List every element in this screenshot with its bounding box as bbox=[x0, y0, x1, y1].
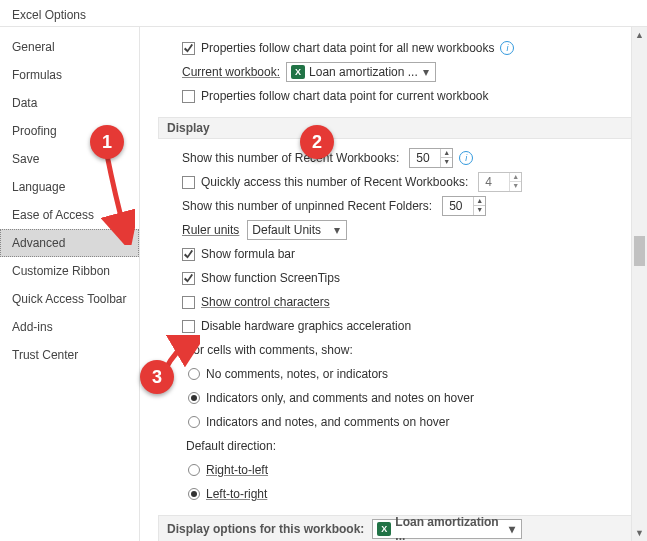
label-props-new-workbooks: Properties follow chart data point for a… bbox=[201, 41, 494, 55]
checkbox-show-formula-bar[interactable] bbox=[182, 248, 195, 261]
sidebar-item-trust-center[interactable]: Trust Center bbox=[0, 341, 139, 369]
label-indicators-and-notes: Indicators and notes, and comments on ho… bbox=[206, 415, 449, 429]
checkbox-props-current-workbook[interactable] bbox=[182, 90, 195, 103]
checkbox-props-new-workbooks[interactable] bbox=[182, 42, 195, 55]
options-panel: Properties follow chart data point for a… bbox=[140, 27, 647, 541]
radio-indicators-and-notes[interactable] bbox=[188, 416, 200, 428]
label-no-comments: No comments, notes, or indicators bbox=[206, 367, 388, 381]
section-header-display-workbook: Display options for this workbook: X Loa… bbox=[158, 515, 637, 541]
checkbox-show-screentips[interactable] bbox=[182, 272, 195, 285]
radio-indicators-only[interactable] bbox=[188, 392, 200, 404]
scroll-thumb[interactable] bbox=[634, 236, 645, 266]
label-quick-access-recent: Quickly access this number of Recent Wor… bbox=[201, 175, 468, 189]
annotation-badge-3: 3 bbox=[140, 360, 174, 394]
window-title: Excel Options bbox=[0, 0, 647, 26]
info-icon[interactable]: i bbox=[459, 151, 473, 165]
dropdown-current-workbook[interactable]: X Loan amortization ... ▾ bbox=[286, 62, 436, 82]
dropdown-display-workbook[interactable]: X Loan amortization ... ▾ bbox=[372, 519, 522, 539]
section-header-display-workbook-label: Display options for this workbook: bbox=[167, 522, 364, 536]
label-show-control-chars: Show control characters bbox=[201, 295, 330, 309]
scroll-down-icon[interactable]: ▼ bbox=[632, 525, 647, 541]
label-recent-workbooks-count: Show this number of Recent Workbooks: bbox=[182, 151, 399, 165]
category-sidebar: General Formulas Data Proofing Save Lang… bbox=[0, 27, 140, 541]
scroll-track[interactable] bbox=[632, 43, 647, 525]
label-direction-group: Default direction: bbox=[186, 439, 276, 453]
dropdown-ruler-units[interactable]: Default Units ▾ bbox=[247, 220, 347, 240]
label-rtl: Right-to-left bbox=[206, 463, 268, 477]
scroll-up-icon[interactable]: ▲ bbox=[632, 27, 647, 43]
label-show-formula-bar: Show formula bar bbox=[201, 247, 295, 261]
label-comments-group: For cells with comments, show: bbox=[186, 343, 353, 357]
label-props-current-workbook: Properties follow chart data point for c… bbox=[201, 89, 488, 103]
label-current-workbook: Current workbook: bbox=[182, 65, 280, 79]
label-ltr: Left-to-right bbox=[206, 487, 267, 501]
sidebar-item-data[interactable]: Data bbox=[0, 89, 139, 117]
spinner-down-icon[interactable]: ▼ bbox=[440, 158, 452, 167]
dropdown-current-workbook-value: Loan amortization ... bbox=[309, 65, 419, 79]
spinner-recent-folders-value: 50 bbox=[443, 199, 473, 213]
spinner-down-icon[interactable]: ▼ bbox=[473, 206, 485, 215]
annotation-badge-2: 2 bbox=[300, 125, 334, 159]
spinner-quick-access[interactable]: 4 ▲▼ bbox=[478, 172, 522, 192]
sidebar-item-quick-access-toolbar[interactable]: Quick Access Toolbar bbox=[0, 285, 139, 313]
sidebar-item-add-ins[interactable]: Add-ins bbox=[0, 313, 139, 341]
radio-no-comments[interactable] bbox=[188, 368, 200, 380]
chevron-down-icon: ▾ bbox=[505, 522, 519, 536]
section-header-display: Display bbox=[158, 117, 637, 139]
label-recent-folders-count: Show this number of unpinned Recent Fold… bbox=[182, 199, 432, 213]
checkbox-show-control-chars[interactable] bbox=[182, 296, 195, 309]
dropdown-ruler-units-value: Default Units bbox=[252, 223, 330, 237]
spinner-recent-workbooks-value: 50 bbox=[410, 151, 440, 165]
sidebar-item-language[interactable]: Language bbox=[0, 173, 139, 201]
label-show-screentips: Show function ScreenTips bbox=[201, 271, 340, 285]
content-area: General Formulas Data Proofing Save Lang… bbox=[0, 26, 647, 541]
radio-rtl[interactable] bbox=[188, 464, 200, 476]
sidebar-item-ease-of-access[interactable]: Ease of Access bbox=[0, 201, 139, 229]
excel-options-window: Excel Options General Formulas Data Proo… bbox=[0, 0, 647, 541]
radio-ltr[interactable] bbox=[188, 488, 200, 500]
sidebar-item-customize-ribbon[interactable]: Customize Ribbon bbox=[0, 257, 139, 285]
label-indicators-only: Indicators only, and comments and notes … bbox=[206, 391, 474, 405]
label-ruler-units: Ruler units bbox=[182, 223, 239, 237]
chevron-down-icon: ▾ bbox=[419, 65, 433, 79]
spinner-up-icon[interactable]: ▲ bbox=[473, 197, 485, 206]
spinner-quick-access-value: 4 bbox=[479, 175, 509, 189]
sidebar-item-advanced[interactable]: Advanced bbox=[0, 229, 139, 257]
sidebar-item-formulas[interactable]: Formulas bbox=[0, 61, 139, 89]
checkbox-quick-access-recent[interactable] bbox=[182, 176, 195, 189]
excel-icon: X bbox=[377, 522, 391, 536]
vertical-scrollbar[interactable]: ▲ ▼ bbox=[631, 27, 647, 541]
chevron-down-icon: ▾ bbox=[330, 223, 344, 237]
spinner-recent-folders[interactable]: 50 ▲▼ bbox=[442, 196, 486, 216]
excel-icon: X bbox=[291, 65, 305, 79]
spinner-up-icon[interactable]: ▲ bbox=[440, 149, 452, 158]
spinner-up-icon[interactable]: ▲ bbox=[509, 173, 521, 182]
sidebar-item-general[interactable]: General bbox=[0, 33, 139, 61]
dropdown-display-workbook-value: Loan amortization ... bbox=[395, 515, 505, 541]
checkbox-disable-hw-accel[interactable] bbox=[182, 320, 195, 333]
spinner-recent-workbooks[interactable]: 50 ▲▼ bbox=[409, 148, 453, 168]
info-icon[interactable]: i bbox=[500, 41, 514, 55]
label-disable-hw-accel: Disable hardware graphics acceleration bbox=[201, 319, 411, 333]
spinner-down-icon[interactable]: ▼ bbox=[509, 182, 521, 191]
annotation-badge-1: 1 bbox=[90, 125, 124, 159]
